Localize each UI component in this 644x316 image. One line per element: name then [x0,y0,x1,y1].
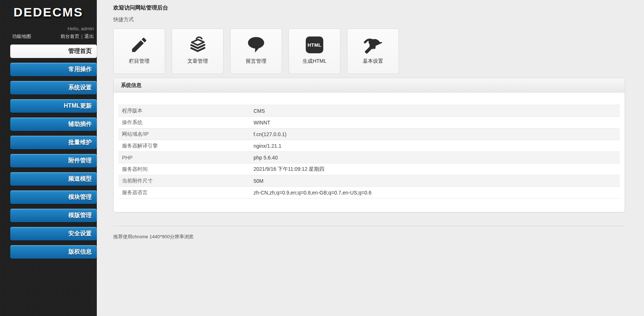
row-value: 50M [254,175,620,187]
system-info-header: 系统信息 [114,78,625,93]
table-row: 操作系统 WINNT [118,117,620,128]
page-title: 欢迎访问网站管理后台 [113,4,625,11]
system-info-body: 程序版本 CMS 操作系统 WINNT 网站域名/IP f.cn(127.0.0… [114,93,625,212]
html-badge-icon: HTML [306,34,323,56]
shortcut-card-label: 生成HTML [302,58,327,65]
sidebar-item-system-settings[interactable]: 系统设置 [10,81,97,95]
sidebar-item-template-management[interactable]: 模版管理 [10,209,97,222]
shortcut-card-basic-settings[interactable]: 基本设置 [347,28,399,74]
greeting-text: Hello, admin [0,26,97,31]
row-label: 网站域名/IP [118,128,254,140]
sidebar-item-channel-model[interactable]: 频道模型 [10,172,97,186]
sidebar-item-security-settings[interactable]: 安全设置 [10,227,97,240]
main-content: 欢迎访问网站管理后台 快捷方式 栏目管理 文章管理 [97,0,644,316]
row-value: WINNT [254,117,620,128]
sidebar-item-common-operations[interactable]: 常用操作 [10,63,97,76]
row-label: 程序版本 [118,105,254,117]
sidebar: DEDECMS Hello, admin 功能地图 前台首页|退出 管理首页 常… [0,0,97,316]
sidebar-item-plugins[interactable]: 辅助插件 [10,117,97,131]
footer-note: 推荐使用chrome 1440*900分辨率浏览 [113,234,625,240]
sidebar-item-copyright-info[interactable]: 版权信息 [10,245,97,259]
sidebar-item-module-management[interactable]: 模块管理 [10,190,97,204]
table-row: 网站域名/IP f.cn(127.0.0.1) [118,128,620,140]
table-row: 程序版本 CMS [118,105,620,117]
row-label: 服务器语言 [118,187,254,199]
table-row: 服务器语言 zh-CN,zh;q=0.9,en;q=0.8,en-GB;q=0.… [118,187,620,199]
shortcut-card-article-management[interactable]: 文章管理 [172,28,224,74]
sidebar-menu: 管理首页 常用操作 系统设置 HTML更新 辅助插件 批量维护 附件管理 频道模… [0,45,97,259]
row-value: 2021/9/16 下午11:09:12 星期四 [254,163,620,175]
front-site-link[interactable]: 前台首页 [61,34,80,39]
shortcut-card-message-management[interactable]: 留言管理 [230,28,282,74]
row-label: PHP [118,152,254,163]
row-label: 当前附件尺寸 [118,175,254,187]
table-row: 当前附件尺寸 50M [118,175,620,187]
shortcut-card-label: 栏目管理 [129,58,149,65]
pencil-icon [130,34,149,56]
dedecms-logo: DEDECMS [0,5,97,19]
speech-bubble-icon [246,34,266,56]
row-label: 服务器解译引擎 [118,140,254,152]
row-value: php 5.6.40 [254,152,620,163]
shortcuts-label: 快捷方式 [113,16,625,23]
table-row: 服务器解译引擎 nginx/1.21.1 [118,140,620,152]
row-value: zh-CN,zh;q=0.9,en;q=0.8,en-GB;q=0.7,en-U… [254,187,620,199]
link-divider: | [81,34,83,39]
row-value: f.cn(127.0.0.1) [254,128,620,140]
sidebar-item-admin-home[interactable]: 管理首页 [10,45,97,58]
shortcut-card-label: 留言管理 [246,58,266,65]
hammer-icon [363,34,382,56]
shortcut-cards: 栏目管理 文章管理 留言管理 [113,28,625,74]
shortcut-card-label: 基本设置 [363,58,383,65]
footer-divider [113,226,625,226]
sidebar-item-attachment-management[interactable]: 附件管理 [10,154,97,167]
sidebar-top-links: 功能地图 前台首页|退出 [0,33,97,40]
shortcut-card-column-management[interactable]: 栏目管理 [113,28,165,74]
row-label: 服务器时间 [118,163,254,175]
system-info-panel: 系统信息 程序版本 CMS 操作系统 WINNT 网站域名/IP f.cn(12… [113,78,625,212]
system-info-table: 程序版本 CMS 操作系统 WINNT 网站域名/IP f.cn(127.0.0… [118,105,620,199]
row-label: 操作系统 [118,117,254,128]
logout-link[interactable]: 退出 [84,34,94,39]
row-value: nginx/1.21.1 [254,140,620,152]
function-map-link[interactable]: 功能地图 [12,33,31,40]
stacked-papers-icon [187,34,208,56]
sidebar-item-html-update[interactable]: HTML更新 [10,99,97,113]
row-value: CMS [254,105,620,117]
shortcut-card-label: 文章管理 [187,58,208,65]
sidebar-item-batch-maintenance[interactable]: 批量维护 [10,136,97,149]
table-row: 服务器时间 2021/9/16 下午11:09:12 星期四 [118,163,620,175]
table-row: PHP php 5.6.40 [118,152,620,163]
shortcut-card-generate-html[interactable]: HTML 生成HTML [289,28,340,74]
